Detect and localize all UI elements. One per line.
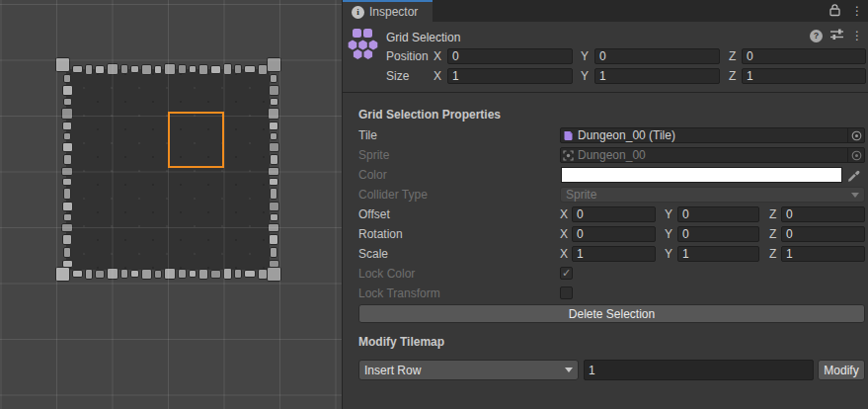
- chevron-down-icon: [851, 193, 859, 198]
- info-icon: i: [352, 6, 364, 19]
- rotation-y-input[interactable]: [677, 226, 759, 242]
- scale-x-input[interactable]: [572, 246, 656, 262]
- kebab-menu-icon[interactable]: ⋮: [851, 5, 863, 17]
- scale-z-input[interactable]: [781, 246, 865, 262]
- chevron-down-icon: [565, 368, 573, 372]
- tab-label: Inspector: [369, 5, 418, 19]
- delete-selection-button[interactable]: Delete Selection: [358, 304, 865, 323]
- wall-tile: [269, 234, 278, 245]
- wall-tile: [141, 64, 152, 75]
- grid-selection-header: Grid Selection ? ⋮ Position X Y Z: [343, 22, 868, 93]
- kebab-menu-icon[interactable]: ⋮: [851, 30, 863, 41]
- object-picker-icon[interactable]: [847, 128, 864, 142]
- offset-z-input[interactable]: [781, 206, 865, 222]
- wall-tile: [269, 122, 278, 130]
- lock-color-checkbox: ✓: [560, 267, 573, 280]
- offset-row: Offset X Y Z: [343, 206, 868, 222]
- size-x-input[interactable]: [447, 68, 573, 84]
- wall-tile: [267, 267, 281, 282]
- size-z-input[interactable]: [742, 68, 866, 84]
- wall-tile: [269, 178, 278, 186]
- position-z-input[interactable]: [742, 48, 866, 64]
- tilemap-count-input[interactable]: [584, 360, 814, 380]
- rotation-x-input[interactable]: [572, 226, 656, 242]
- lock-transform-checkbox: [560, 286, 573, 299]
- lock-open-icon[interactable]: [829, 3, 841, 20]
- eyedropper-icon: [846, 167, 861, 185]
- wall-tile: [270, 98, 278, 106]
- axis-y-label: Y: [665, 247, 672, 261]
- wall-tile: [107, 268, 118, 280]
- wall-tile: [63, 132, 71, 140]
- wall-tile: [178, 64, 187, 74]
- presets-icon[interactable]: [829, 28, 844, 43]
- position-x-input[interactable]: [447, 48, 573, 64]
- wall-tile: [107, 63, 118, 75]
- checkmark-icon: ✓: [561, 268, 572, 279]
- sprite-row: Sprite Dungeon_00: [343, 147, 868, 163]
- modify-button[interactable]: Modify: [818, 360, 865, 380]
- collider-type-row: Collider Type Sprite: [343, 187, 868, 203]
- wall-tile: [270, 247, 277, 258]
- axis-x-label: X: [560, 207, 568, 221]
- wall-tile: [130, 270, 139, 278]
- wall-tile: [130, 65, 139, 73]
- unity-editor: { "scene": { "selection_color": "#F08C1E…: [0, 0, 868, 409]
- wall-tile: [55, 267, 70, 282]
- tilemap-operation-dropdown[interactable]: Insert Row: [358, 360, 579, 380]
- wall-tile: [210, 65, 221, 74]
- offset-x-input[interactable]: [572, 206, 656, 222]
- wall-tile: [63, 74, 71, 83]
- scene-view[interactable]: [0, 0, 342, 409]
- wall-tile: [164, 268, 176, 280]
- wall-tile: [270, 154, 278, 165]
- wall-tile: [63, 154, 72, 165]
- wall-tile: [269, 260, 279, 268]
- axis-y-label: Y: [581, 69, 589, 83]
- offset-y-input[interactable]: [677, 206, 759, 222]
- position-y-input[interactable]: [594, 48, 720, 64]
- scale-y-input[interactable]: [677, 246, 759, 262]
- wall-tile: [189, 65, 197, 73]
- collider-type-label: Collider Type: [358, 188, 428, 202]
- wall-tile: [72, 270, 83, 278]
- lock-transform-label: Lock Transform: [358, 286, 440, 300]
- wall-tile: [62, 85, 73, 96]
- wall-tile: [62, 234, 72, 245]
- wall-tile: [269, 142, 279, 152]
- axis-z-label: Z: [769, 247, 776, 261]
- tile-object-value: Dungeon_00 (Tile): [578, 128, 847, 142]
- wall-tile: [268, 108, 279, 120]
- rotation-row: Rotation X Y Z: [343, 226, 868, 242]
- wall-tile: [223, 63, 232, 75]
- axis-x-label: X: [560, 227, 568, 241]
- sprite-object-value: Dungeon_00: [578, 148, 847, 162]
- wall-tile: [141, 269, 152, 280]
- properties-section-title: Grid Selection Properties: [358, 108, 501, 122]
- axis-z-label: Z: [729, 69, 736, 83]
- size-y-input[interactable]: [594, 68, 720, 84]
- wall-tile: [154, 65, 162, 74]
- rotation-z-input[interactable]: [781, 226, 865, 242]
- wall-tile: [269, 202, 279, 211]
- wall-tile: [270, 132, 277, 140]
- wall-tile: [61, 167, 73, 176]
- help-icon[interactable]: ?: [810, 30, 823, 42]
- offset-label: Offset: [358, 207, 390, 221]
- axis-y-label: Y: [581, 49, 589, 63]
- tab-inspector[interactable]: i Inspector: [343, 0, 433, 22]
- color-label: Color: [358, 168, 387, 182]
- rotation-label: Rotation: [358, 227, 403, 241]
- wall-tile: [63, 247, 71, 258]
- tile-object-field[interactable]: Dungeon_00 (Tile): [560, 127, 865, 143]
- grid-selection-rect[interactable]: [168, 112, 224, 168]
- wall-tile: [61, 223, 73, 232]
- size-row: Size X Y Z: [343, 68, 868, 84]
- wall-tile: [120, 64, 128, 74]
- modify-tilemap-section-title: Modify Tilemap: [358, 335, 444, 349]
- tile-label: Tile: [358, 128, 377, 142]
- wall-tile: [62, 260, 73, 268]
- color-row: Color: [343, 167, 868, 183]
- wall-tile: [267, 57, 281, 72]
- wall-tile: [258, 269, 268, 280]
